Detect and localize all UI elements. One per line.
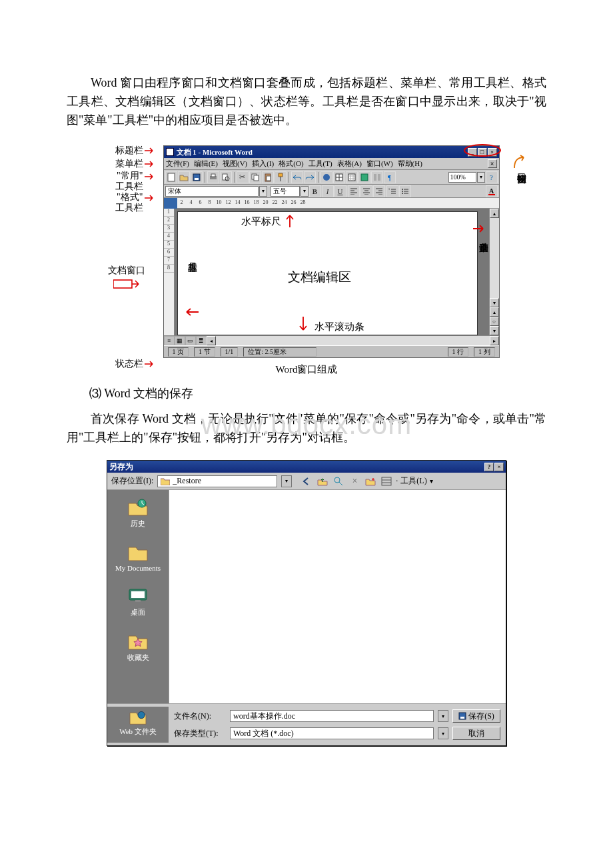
- underline-icon[interactable]: U: [334, 185, 346, 197]
- paste-icon[interactable]: [262, 171, 274, 183]
- arrow-right-icon: [113, 279, 140, 292]
- preview-icon[interactable]: [220, 171, 232, 183]
- align-right-icon[interactable]: [373, 185, 385, 197]
- new-folder-icon[interactable]: [364, 475, 377, 488]
- arrow-up-icon: [285, 213, 295, 229]
- scroll-right-icon[interactable]: ▸: [490, 336, 499, 345]
- normal-view-icon[interactable]: ≡: [164, 336, 175, 345]
- saveas-dialog: 另存为 ? × 保存位置(I): _Restore ▾ × · 工具(L): [107, 460, 506, 746]
- bullet-list-icon[interactable]: [399, 185, 411, 197]
- delete-icon[interactable]: ×: [348, 475, 361, 488]
- label-std-toolbar: "常用" 工具栏: [115, 171, 143, 192]
- close-button[interactable]: ×: [488, 148, 497, 157]
- sidebar-favorites[interactable]: 收藏夹: [127, 632, 149, 663]
- cancel-button[interactable]: 取消: [452, 727, 500, 740]
- insert-table-icon[interactable]: [346, 171, 358, 183]
- arrow-right-icon: [473, 225, 486, 234]
- tools-menu[interactable]: 工具(L): [400, 475, 426, 487]
- folder-icon: [161, 477, 170, 485]
- sidebar-web-folders[interactable]: Web 文件夹: [107, 707, 169, 743]
- print-view-icon[interactable]: ▭: [185, 336, 196, 345]
- close-button[interactable]: ×: [494, 463, 504, 471]
- menu-insert[interactable]: 插入(I): [252, 159, 274, 169]
- sidebar-mydocs[interactable]: My Documents: [115, 543, 161, 572]
- font-combo[interactable]: 宋体: [165, 186, 259, 197]
- filename-input[interactable]: word基本操作.doc: [230, 710, 434, 722]
- numbered-list-icon[interactable]: 1: [386, 185, 398, 197]
- location-dropdown[interactable]: ▾: [281, 475, 292, 487]
- font-color-icon[interactable]: A: [486, 185, 498, 197]
- zoom-dropdown[interactable]: ▾: [477, 172, 485, 183]
- word-icon: [166, 148, 174, 156]
- menubar: 文件(F) 编辑(E) 视图(V) 插入(I) 格式(O) 工具(T) 表格(A…: [164, 158, 499, 170]
- horizontal-scrollbar[interactable]: ≡ ▦ ▭ ≣ ◂ ▸: [164, 335, 499, 345]
- bold-icon[interactable]: B: [309, 185, 321, 197]
- help-icon[interactable]: ?: [486, 171, 498, 183]
- web-view-icon[interactable]: ▦: [175, 336, 185, 345]
- saveas-sidebar: 历史 My Documents 桌面 收藏夹: [107, 490, 169, 703]
- fontsize-dropdown[interactable]: ▾: [301, 186, 308, 197]
- open-icon[interactable]: [178, 171, 190, 183]
- sidebar-desktop[interactable]: 桌面: [127, 587, 149, 617]
- doc-close-button[interactable]: ×: [488, 159, 497, 168]
- label-fmt-toolbar: "格式" 工具栏: [115, 192, 143, 213]
- menu-help[interactable]: 帮助(H): [398, 159, 422, 169]
- show-marks-icon[interactable]: ¶: [384, 171, 396, 183]
- status-line: 1 行: [448, 347, 469, 357]
- redo-icon[interactable]: [304, 171, 316, 183]
- save-icon[interactable]: [191, 171, 203, 183]
- save-button[interactable]: 保存(S): [452, 709, 500, 723]
- columns-icon[interactable]: [371, 171, 383, 183]
- scroll-up-icon[interactable]: ▴: [490, 209, 499, 218]
- menu-table[interactable]: 表格(A): [337, 159, 362, 169]
- vertical-scrollbar[interactable]: ▴ ▾ ▴ ○ ▾: [489, 209, 499, 335]
- saveas-title-text: 另存为: [109, 461, 133, 473]
- window-title: 文档 1 - Microsoft Word: [177, 147, 253, 157]
- undo-icon[interactable]: [291, 171, 303, 183]
- align-left-icon[interactable]: [348, 185, 360, 197]
- menu-view[interactable]: 视图(V): [223, 159, 247, 169]
- help-button[interactable]: ?: [484, 463, 494, 471]
- maximize-button[interactable]: □: [478, 148, 487, 157]
- tables-icon[interactable]: [333, 171, 345, 183]
- filetype-dropdown[interactable]: ▾: [438, 727, 448, 739]
- menu-window[interactable]: 窗口(W): [366, 159, 393, 169]
- font-dropdown[interactable]: ▾: [259, 186, 267, 197]
- sidebar-history[interactable]: 历史: [127, 498, 149, 529]
- copy-icon[interactable]: [249, 171, 261, 183]
- minimize-button[interactable]: _: [468, 148, 477, 157]
- svg-rect-15: [361, 174, 368, 181]
- browse-object-icon[interactable]: ○: [490, 317, 499, 326]
- outline-view-icon[interactable]: ≣: [196, 336, 207, 345]
- menu-edit[interactable]: 编辑(E): [194, 159, 218, 169]
- print-icon[interactable]: [207, 171, 219, 183]
- new-icon[interactable]: [165, 171, 177, 183]
- file-list-area[interactable]: [169, 490, 506, 703]
- document-area: 1 2 3 4 5 6 7 8 水平标尺 垂直标尺 文档编辑区 水平滚: [164, 209, 499, 335]
- format-painter-icon[interactable]: [275, 171, 287, 183]
- scroll-left-icon[interactable]: ◂: [207, 336, 216, 345]
- next-page-icon[interactable]: ▾: [490, 326, 499, 335]
- zoom-combo[interactable]: 100%: [448, 172, 476, 183]
- location-combo[interactable]: _Restore: [157, 475, 277, 487]
- fontsize-combo[interactable]: 五号: [271, 186, 300, 197]
- filetype-input[interactable]: Word 文档 (*.doc): [230, 727, 434, 739]
- prev-page-icon[interactable]: ▴: [490, 307, 499, 317]
- scroll-down-icon[interactable]: ▾: [490, 298, 499, 307]
- save-heading: ⑶ Word 文档的保存: [89, 385, 546, 401]
- excel-icon[interactable]: [358, 171, 370, 183]
- views-icon[interactable]: [380, 475, 393, 488]
- intro-paragraph: Word 窗口由程序窗口和文档窗口套叠而成，包括标题栏、菜单栏、常用工具栏、格式…: [67, 73, 546, 129]
- save-paragraph: 首次保存 Word 文档，无论是执行"文件"菜单的"保存"命令或"另存为"命令，…: [67, 409, 546, 447]
- cut-icon[interactable]: ✂: [237, 171, 249, 183]
- back-icon[interactable]: [300, 475, 313, 488]
- filename-dropdown[interactable]: ▾: [438, 710, 448, 722]
- italic-icon[interactable]: I: [322, 185, 334, 197]
- align-center-icon[interactable]: [360, 185, 372, 197]
- menu-file[interactable]: 文件(F): [166, 159, 189, 169]
- up-folder-icon[interactable]: [316, 475, 329, 488]
- menu-format[interactable]: 格式(O): [279, 159, 303, 169]
- menu-tools[interactable]: 工具(T): [308, 159, 332, 169]
- search-icon[interactable]: [332, 475, 345, 488]
- hyperlink-icon[interactable]: [320, 171, 332, 183]
